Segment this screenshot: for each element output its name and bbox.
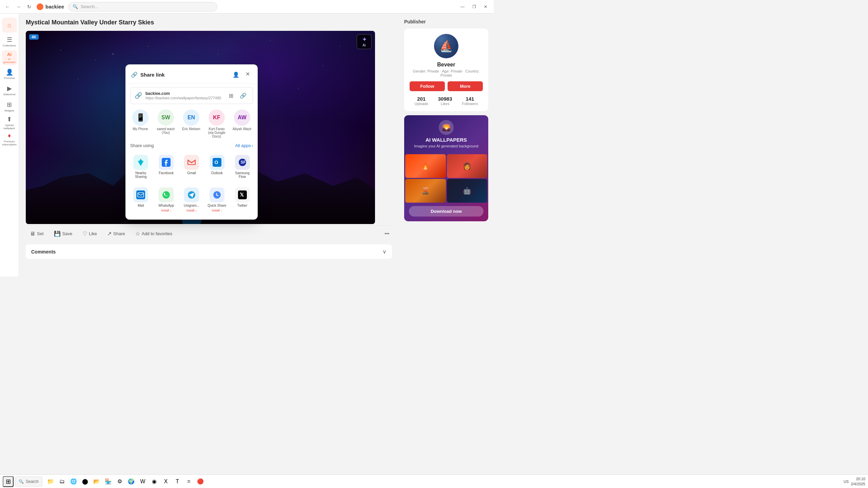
share-label: Share	[113, 231, 125, 236]
person-atiyah[interactable]: AW Atiyah Wazir	[232, 109, 252, 138]
minimize-button[interactable]: —	[457, 2, 468, 12]
add-to-favorites-button[interactable]: ☆ Add to favorites	[131, 228, 176, 239]
ai-badge-label: Ai	[363, 43, 366, 47]
copy-link-button[interactable]: 🔗	[238, 90, 249, 101]
ai-badge-icon: ✦	[362, 36, 367, 43]
atiyah-avatar: AW	[234, 109, 250, 126]
like-label: Like	[89, 231, 97, 236]
app-logo[interactable]: backiee	[37, 3, 64, 10]
app-samsung-flow[interactable]: SF Samsung Flow	[230, 152, 254, 181]
app-whatsapp[interactable]: WhatsApp Install ↓	[154, 185, 178, 215]
quick-share-label: Quick Share	[208, 204, 226, 207]
follow-button[interactable]: Follow	[410, 81, 445, 91]
app-mail[interactable]: Mail	[129, 185, 153, 215]
app-facebook[interactable]: Facebook	[154, 152, 178, 181]
all-apps-button[interactable]: All apps ›	[235, 143, 253, 148]
close-button[interactable]: ✕	[480, 2, 491, 12]
publisher-name: Beveer	[410, 62, 483, 68]
sidebar-premium-label: Premium subscription	[2, 140, 17, 146]
save-button[interactable]: 💾 Save	[50, 228, 77, 239]
sidebar-item-ai[interactable]: Ai AI generated	[2, 50, 17, 65]
likes-stat: 30983 Likes	[438, 96, 452, 106]
search-placeholder: Search...	[81, 4, 98, 9]
person-eric[interactable]: EN Eric Nielsen	[181, 109, 201, 138]
home-icon: ⌂	[7, 22, 11, 29]
unigram-label: Unigram...	[184, 204, 199, 207]
url-domain: backiee.com	[145, 91, 222, 96]
url-bar: 🔗 backiee.com https://backiee.com/wallpa…	[130, 87, 253, 104]
saeed-avatar: SW	[158, 109, 174, 126]
refresh-button[interactable]: ↻	[24, 2, 34, 12]
premium-icon: ♦	[8, 132, 11, 139]
download-now-button[interactable]: Download now	[409, 206, 484, 217]
share-dialog: 🔗 Share link 👤 ✕ 🔗 backiee.com https://b…	[125, 64, 258, 220]
sidebar-item-premium[interactable]: ♦ Premium subscription	[2, 131, 17, 146]
app-nearby-sharing[interactable]: Nearby Sharing	[129, 152, 153, 181]
app-gmail[interactable]: Gmail	[180, 152, 204, 181]
apps-grid-row2: Mail WhatsApp Install ↓ Unigram... Insta…	[125, 185, 258, 220]
comments-title: Comments	[31, 249, 56, 255]
uploads-stat: 201 Uploads	[414, 96, 428, 106]
kurt-label: Kurt Farao (via Google Docs)	[206, 127, 227, 138]
back-button[interactable]: ←	[3, 2, 12, 12]
sidebar-collections-label: Collections	[3, 44, 16, 47]
set-button[interactable]: 🖥 Set	[26, 229, 48, 239]
dialog-person-icon[interactable]: 👤	[231, 69, 241, 80]
more-button[interactable]: •••	[382, 229, 392, 238]
person-saeed[interactable]: SW saeed wazir (You)	[155, 109, 176, 138]
maximize-button[interactable]: ❐	[469, 2, 479, 12]
dialog-close-button[interactable]: ✕	[243, 69, 252, 79]
svg-text:O: O	[214, 160, 218, 165]
qr-code-button[interactable]: ⊞	[225, 90, 236, 101]
url-actions: ⊞ 🔗	[225, 90, 249, 101]
whatsapp-icon	[159, 187, 174, 202]
svg-point-7	[162, 191, 170, 199]
comments-chevron[interactable]: ∨	[382, 248, 387, 255]
app-twitter[interactable]: 𝕏 Twitter	[230, 185, 254, 215]
app-quick-share[interactable]: Quick Share Install ↓	[205, 185, 229, 215]
ai-watermark: ✦ Ai	[357, 34, 372, 49]
svg-rect-6	[138, 193, 144, 197]
samsung-flow-icon: SF	[235, 155, 250, 170]
sidebar-item-slideshow[interactable]: ▶ Slideshow	[2, 83, 17, 98]
whatsapp-sub: Install ↓	[161, 209, 172, 212]
ai-ad-title: AI WALLPAPERS	[409, 137, 484, 143]
sidebar-item-widgets[interactable]: ⊞ Widgets	[2, 99, 17, 114]
ai-ad-icon: 🌄	[439, 120, 454, 135]
sidebar-item-personal[interactable]: 👤 Personal	[2, 66, 17, 81]
sidebar-slideshow-label: Slideshow	[3, 93, 15, 96]
publisher-more-button[interactable]: More	[448, 81, 483, 91]
share-button[interactable]: ↗ Share	[103, 228, 129, 239]
people-row: 📱 My Phone SW saeed wazir (You) EN Eric …	[125, 107, 258, 142]
app-outlook[interactable]: O Outlook	[205, 152, 229, 181]
sidebar-item-collections[interactable]: ☰ Collections	[2, 34, 17, 49]
sidebar-item-upload[interactable]: ⬆ Upload wallpaper	[2, 115, 17, 130]
mail-label: Mail	[138, 204, 144, 207]
app-unigram[interactable]: Unigram... Install ↓	[180, 185, 204, 215]
person-kurt[interactable]: KF Kurt Farao (via Google Docs)	[206, 109, 227, 138]
comments-section: Comments ∨	[26, 244, 392, 259]
logo-text: backiee	[45, 4, 64, 9]
search-bar[interactable]: 🔍 Search...	[68, 2, 217, 12]
sidebar-item-home[interactable]: ⌂	[2, 18, 17, 33]
upload-icon: ⬆	[7, 116, 12, 123]
atiyah-label: Atiyah Wazir	[233, 127, 252, 131]
share-link-icon: 🔗	[131, 72, 138, 78]
like-button[interactable]: ♡ Like	[78, 228, 101, 239]
url-full: https://backiee.com/wallpaper/fantasy/27…	[145, 96, 222, 100]
set-icon: 🖥	[30, 231, 35, 237]
ai-thumb-3: 🌋	[405, 179, 446, 203]
share-using-header: Share using All apps ›	[125, 142, 258, 151]
action-bar: 🖥 Set 💾 Save ♡ Like ↗ Share ☆ Add to fav…	[26, 225, 392, 242]
person-my-phone[interactable]: 📱 My Phone	[130, 109, 151, 138]
my-phone-avatar: 📱	[132, 109, 149, 126]
window-controls: — ❐ ✕	[457, 2, 491, 12]
ai-ad-thumbnails: 🔥 👩 🌋 🤖	[404, 154, 488, 203]
save-label: Save	[62, 231, 73, 236]
ai-thumb-1: 🔥	[405, 154, 446, 178]
forward-button[interactable]: →	[14, 2, 23, 12]
favorites-icon: ☆	[135, 230, 140, 237]
title-bar: ← → ↻ backiee 🔍 Search... — ❐ ✕	[0, 0, 494, 14]
likes-count: 30983	[438, 96, 452, 102]
followers-label: Followers	[462, 102, 478, 106]
